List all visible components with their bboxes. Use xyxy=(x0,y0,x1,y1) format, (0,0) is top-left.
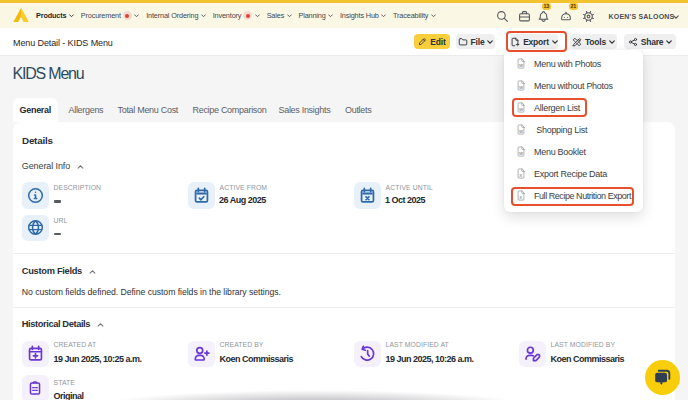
svg-text:X: X xyxy=(519,173,522,178)
svg-text:W: W xyxy=(519,151,524,156)
svg-text:W: W xyxy=(519,63,524,68)
svg-text:W: W xyxy=(519,85,524,90)
svg-text:W: W xyxy=(519,129,524,134)
